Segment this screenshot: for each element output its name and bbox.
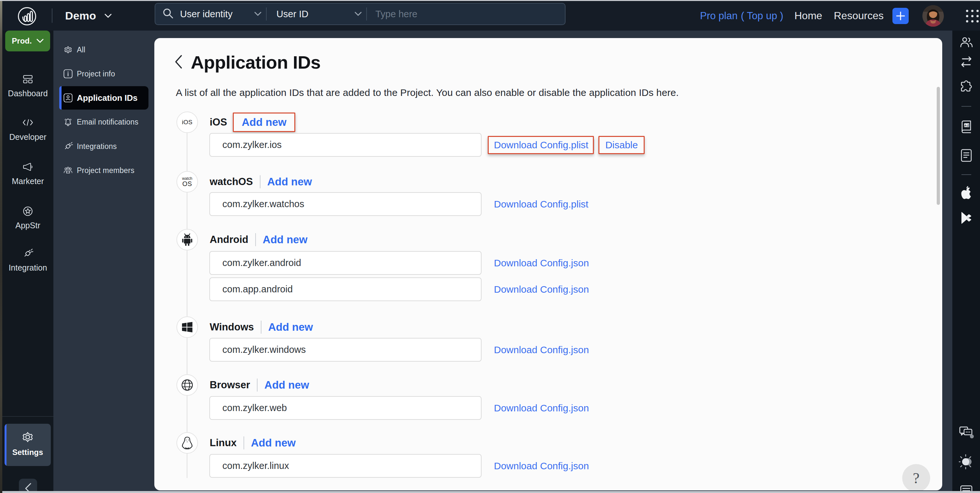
glossary-book-icon[interactable]: A-Z bbox=[960, 120, 973, 134]
code-icon bbox=[2, 116, 53, 129]
chevron-down-icon bbox=[37, 39, 44, 43]
linux-icon bbox=[177, 432, 198, 453]
environment-label: Prod. bbox=[12, 36, 32, 46]
rail-item-label: Developer bbox=[2, 132, 53, 142]
download-config-link[interactable]: Download Config.plist bbox=[494, 139, 588, 150]
toolbar-divider bbox=[961, 106, 971, 107]
plug-icon bbox=[62, 141, 74, 152]
app-id-row: com.app.androidDownload Config.json bbox=[209, 277, 589, 301]
annotation-box: Download Config.plist bbox=[488, 136, 594, 154]
header-divider bbox=[243, 436, 244, 449]
download-config-link[interactable]: Download Config.json bbox=[494, 258, 589, 269]
watchos-icon: watchOS bbox=[177, 171, 198, 192]
disable-link[interactable]: Disable bbox=[605, 139, 638, 150]
screen-bottom-edge bbox=[2, 491, 980, 493]
windows-icon bbox=[177, 316, 198, 338]
sidebar-item-email-notifications[interactable]: Email notifications bbox=[59, 111, 148, 133]
sidebar-item-project-members[interactable]: Project members bbox=[59, 159, 148, 182]
theme-brightness-icon[interactable] bbox=[959, 454, 974, 469]
rail-item-dashboard[interactable]: Dashboard bbox=[2, 73, 53, 98]
sidebar-item-label: All bbox=[77, 46, 85, 54]
platform-section-header-android: Android Add new bbox=[210, 229, 307, 250]
header-divider bbox=[257, 379, 258, 392]
rail-divider bbox=[2, 416, 53, 417]
rail-item-appstr[interactable]: AppStr bbox=[2, 204, 53, 230]
app-id-field[interactable]: com.app.android bbox=[209, 277, 482, 301]
add-new-link-windows[interactable]: Add new bbox=[268, 321, 313, 333]
sidebar-item-application-ids[interactable]: Application IDs bbox=[59, 86, 148, 109]
platform-section-header-linux: Linux Add new bbox=[210, 432, 296, 453]
rail-item-label: Dashboard bbox=[2, 89, 53, 98]
download-config-link[interactable]: Download Config.json bbox=[494, 403, 589, 414]
apps-grid-icon[interactable] bbox=[966, 10, 979, 23]
platform-label: Windows bbox=[210, 321, 254, 333]
platform-label: Linux bbox=[210, 437, 237, 449]
extensions-puzzle-icon[interactable] bbox=[959, 80, 973, 94]
rail-item-integration[interactable]: Integration bbox=[2, 247, 53, 273]
back-button[interactable] bbox=[173, 54, 184, 71]
rail-item-label: AppStr bbox=[2, 221, 53, 230]
plan-label: Pro plan bbox=[700, 10, 737, 22]
plan-topup-link[interactable]: Pro plan ( Top up ) bbox=[700, 1, 783, 30]
add-new-link-watchos[interactable]: Add new bbox=[267, 176, 312, 188]
app-id-row: com.zylker.linuxDownload Config.json bbox=[209, 454, 589, 478]
sidebar-item-label: Email notifications bbox=[77, 118, 138, 127]
sidebar-item-label: Integrations bbox=[77, 142, 117, 151]
add-new-link-ios[interactable]: Add new bbox=[242, 116, 286, 128]
chevron-left-icon bbox=[24, 483, 32, 491]
rail-item-marketer[interactable]: Marketer bbox=[2, 160, 53, 186]
sidebar-item-project-info[interactable]: Project info bbox=[59, 62, 148, 85]
app-id-row: com.zylker.webDownload Config.json bbox=[209, 396, 589, 420]
ios-icon: iOS bbox=[177, 111, 198, 133]
feedback-chat-icon[interactable] bbox=[959, 426, 974, 439]
scrollbar-thumb[interactable] bbox=[937, 87, 940, 205]
sidebar-item-integrations[interactable]: Integrations bbox=[59, 135, 148, 158]
settings-sidebar: All Project info Application IDs Email n… bbox=[53, 30, 154, 491]
members-icon[interactable] bbox=[959, 36, 973, 48]
app-id-field[interactable]: com.zylker.linux bbox=[209, 454, 482, 478]
app-id-field[interactable]: com.zylker.watchos bbox=[209, 192, 482, 216]
annotation-box: Disable bbox=[598, 136, 645, 154]
sidebar-item-all[interactable]: All bbox=[59, 38, 148, 61]
star-circle-icon bbox=[2, 204, 53, 217]
right-toolbar: A-Z bbox=[952, 30, 980, 491]
app-id-field[interactable]: com.zylker.web bbox=[209, 396, 482, 420]
id-card-icon bbox=[62, 92, 74, 104]
rail-item-label: Marketer bbox=[2, 177, 53, 186]
add-new-link-android[interactable]: Add new bbox=[263, 233, 308, 246]
create-new-button[interactable] bbox=[892, 8, 909, 24]
add-new-link-linux[interactable]: Add new bbox=[251, 437, 296, 449]
app-id-field[interactable]: com.zylker.ios bbox=[209, 133, 482, 157]
download-config-link[interactable]: Download Config.json bbox=[494, 344, 589, 355]
help-button[interactable]: ? bbox=[902, 464, 930, 490]
platform-section-header-watchos: watchOS Add new bbox=[210, 171, 312, 192]
download-config-link[interactable]: Download Config.json bbox=[494, 284, 589, 295]
environment-switcher[interactable]: Prod. bbox=[5, 30, 50, 51]
selected-stripe bbox=[59, 86, 62, 109]
collapse-rail-button[interactable] bbox=[19, 479, 37, 491]
app-id-field[interactable]: com.zylker.android bbox=[209, 251, 482, 275]
apple-icon[interactable] bbox=[960, 185, 972, 200]
swap-arrows-icon[interactable] bbox=[959, 56, 974, 67]
rail-item-developer[interactable]: Developer bbox=[2, 116, 53, 142]
add-new-link-browser[interactable]: Add new bbox=[264, 379, 309, 391]
action-divider bbox=[594, 139, 595, 151]
page-description: A list of all the application IDs that a… bbox=[176, 87, 679, 98]
platform-section-header-browser: Browser Add new bbox=[210, 374, 309, 396]
rail-item-label: Settings bbox=[13, 448, 43, 457]
download-config-link[interactable]: Download Config.plist bbox=[494, 199, 588, 210]
resources-link[interactable]: Resources bbox=[834, 1, 884, 30]
app-id-row: com.zylker.watchosDownload Config.plist bbox=[209, 192, 588, 216]
document-icon[interactable] bbox=[960, 149, 972, 162]
google-play-icon[interactable] bbox=[960, 211, 972, 225]
user-avatar[interactable] bbox=[923, 5, 944, 27]
home-link[interactable]: Home bbox=[794, 1, 822, 30]
platform-section-header-windows: Windows Add new bbox=[210, 316, 313, 338]
rail-item-settings[interactable]: Settings bbox=[5, 424, 51, 466]
toolbar-divider bbox=[961, 174, 971, 175]
main-content-card: Application IDs A list of all the applic… bbox=[154, 38, 942, 490]
app-id-field[interactable]: com.zylker.windows bbox=[209, 338, 482, 361]
sidebar-item-label: Application IDs bbox=[77, 93, 137, 103]
platform-section-header-ios: iOS Add new bbox=[210, 111, 295, 133]
download-config-link[interactable]: Download Config.json bbox=[494, 460, 589, 472]
